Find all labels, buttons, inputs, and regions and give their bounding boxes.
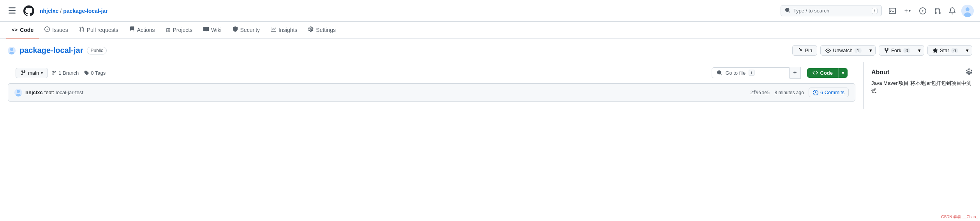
branch-count-icon bbox=[52, 70, 56, 75]
go-to-file-input[interactable]: Go to file t bbox=[712, 67, 790, 78]
repo-owner-link[interactable]: nhjclxc bbox=[40, 8, 58, 14]
repo-title[interactable]: package-local-jar bbox=[19, 46, 83, 55]
unwatch-count: 1 bbox=[855, 48, 862, 53]
repo-name-link[interactable]: package-local-jar bbox=[63, 8, 108, 14]
wiki-icon bbox=[203, 26, 209, 33]
notifications-button[interactable] bbox=[947, 5, 958, 17]
top-nav: nhjclxc / package-local-jar Type / to se… bbox=[0, 0, 980, 22]
tab-security[interactable]: Security bbox=[227, 22, 266, 39]
tab-pull-requests[interactable]: Pull requests bbox=[74, 22, 124, 39]
about-settings-button[interactable] bbox=[966, 68, 972, 76]
search-file-icon bbox=[717, 70, 722, 75]
security-icon bbox=[233, 26, 238, 33]
issues-icon bbox=[44, 26, 50, 33]
main-content: main ▾ 1 Branch 0 Tags Go to file t bbox=[0, 62, 980, 109]
commit-message: local-jar-test bbox=[56, 89, 83, 95]
fork-dropdown-button[interactable]: ▾ bbox=[915, 45, 924, 56]
branch-count-text: 1 Branch bbox=[58, 70, 79, 76]
actions-icon bbox=[129, 26, 135, 33]
commit-hash[interactable]: 2f954e5 bbox=[750, 90, 770, 95]
tab-wiki[interactable]: Wiki bbox=[198, 22, 227, 39]
repo-header: package-local-jar Public Pin Unwatch 1 ▾… bbox=[0, 39, 980, 62]
go-to-file-label: Go to file bbox=[725, 70, 746, 76]
pull-requests-nav-button[interactable] bbox=[932, 5, 943, 17]
terminal-button[interactable] bbox=[887, 5, 898, 17]
branch-selector-button[interactable]: main ▾ bbox=[16, 68, 48, 78]
search-icon bbox=[785, 7, 790, 14]
tab-code-label: Code bbox=[20, 27, 33, 33]
hamburger-menu[interactable] bbox=[6, 5, 18, 17]
tab-projects[interactable]: ⊞ Projects bbox=[160, 22, 198, 39]
repo-header-actions: Pin Unwatch 1 ▾ Fork 0 ▾ Star bbox=[792, 45, 972, 56]
svg-point-4 bbox=[10, 48, 13, 51]
svg-point-2 bbox=[964, 12, 971, 17]
file-area: main ▾ 1 Branch 0 Tags Go to file t bbox=[0, 62, 863, 109]
fork-count: 0 bbox=[903, 48, 910, 53]
chevron-down-icon: ▾ bbox=[909, 9, 911, 13]
tab-insights-label: Insights bbox=[278, 27, 297, 33]
tab-actions[interactable]: Actions bbox=[124, 22, 160, 39]
unwatch-dropdown-button[interactable]: ▾ bbox=[866, 45, 876, 56]
commit-meta: 2f954e5 8 minutes ago 6 Commits bbox=[750, 88, 849, 97]
star-dropdown-button[interactable]: ▾ bbox=[963, 45, 972, 56]
tab-issues[interactable]: Issues bbox=[39, 22, 73, 39]
add-file-button[interactable]: + bbox=[790, 67, 800, 79]
github-logo-icon bbox=[23, 5, 35, 17]
tag-icon bbox=[84, 70, 89, 75]
search-shortcut-badge: / bbox=[872, 8, 878, 14]
code-dropdown-button[interactable]: Code bbox=[807, 68, 839, 78]
search-placeholder: Type / to search bbox=[793, 8, 830, 14]
fork-button[interactable]: Fork 0 bbox=[879, 45, 915, 56]
fork-label: Fork bbox=[891, 47, 901, 53]
tab-code[interactable]: <> Code bbox=[6, 22, 39, 39]
repo-owner-avatar bbox=[8, 47, 16, 54]
pin-button[interactable]: Pin bbox=[792, 45, 817, 56]
file-search-shortcut: t bbox=[749, 70, 754, 76]
pin-icon bbox=[797, 48, 803, 53]
commits-link[interactable]: 6 Commits bbox=[809, 88, 849, 97]
insights-icon bbox=[271, 26, 276, 33]
tab-security-label: Security bbox=[240, 27, 260, 33]
about-heading: About bbox=[871, 69, 889, 76]
code-chevron-button[interactable]: ▾ bbox=[838, 68, 848, 78]
repo-path: nhjclxc / package-local-jar bbox=[40, 8, 108, 14]
star-label: Star bbox=[940, 47, 949, 53]
search-bar[interactable]: Type / to search / bbox=[781, 5, 882, 16]
projects-icon: ⊞ bbox=[166, 27, 171, 33]
commit-time: 8 minutes ago bbox=[774, 90, 804, 95]
code-button-group: Code ▾ bbox=[804, 68, 848, 78]
tab-pull-requests-label: Pull requests bbox=[87, 27, 118, 33]
branch-chevron-icon: ▾ bbox=[41, 71, 43, 75]
user-avatar[interactable] bbox=[961, 5, 974, 17]
tab-projects-label: Projects bbox=[173, 27, 193, 33]
issues-nav-button[interactable] bbox=[917, 5, 929, 17]
create-new-button[interactable]: + ▾ bbox=[901, 5, 914, 17]
star-button[interactable]: Star 0 bbox=[927, 45, 963, 56]
tag-count-link[interactable]: 0 Tags bbox=[84, 70, 106, 76]
tab-insights[interactable]: Insights bbox=[265, 22, 303, 39]
unwatch-button[interactable]: Unwatch 1 bbox=[820, 45, 866, 56]
tab-actions-label: Actions bbox=[137, 27, 155, 33]
about-section: About Java Maven项目 将本地jar包打包到项目中测试 bbox=[863, 62, 980, 109]
svg-point-7 bbox=[17, 90, 20, 93]
visibility-badge: Public bbox=[87, 47, 107, 54]
star-icon bbox=[932, 48, 938, 53]
branch-tag-info: 1 Branch 0 Tags bbox=[52, 70, 106, 76]
code-icon bbox=[813, 70, 818, 75]
eye-icon bbox=[825, 48, 831, 53]
nav-actions: + ▾ bbox=[887, 5, 974, 17]
commit-message-prefix: feat: bbox=[44, 89, 54, 95]
star-button-group: Star 0 ▾ bbox=[927, 45, 972, 56]
svg-point-1 bbox=[966, 7, 969, 11]
tab-settings-label: Settings bbox=[316, 27, 336, 33]
plus-icon: + bbox=[904, 7, 908, 14]
about-description: Java Maven项目 将本地jar包打包到项目中测试 bbox=[871, 79, 972, 95]
tag-count-text: 0 Tags bbox=[91, 70, 106, 76]
github-logo[interactable] bbox=[23, 5, 35, 17]
branch-count-link[interactable]: 1 Branch bbox=[52, 70, 79, 76]
commit-row: nhjclxc feat: local-jar-test 2f954e5 8 m… bbox=[8, 83, 855, 102]
code-button-label: Code bbox=[820, 70, 833, 76]
settings-icon bbox=[308, 26, 314, 33]
commit-username[interactable]: nhjclxc bbox=[25, 89, 43, 95]
tab-settings[interactable]: Settings bbox=[303, 22, 341, 39]
